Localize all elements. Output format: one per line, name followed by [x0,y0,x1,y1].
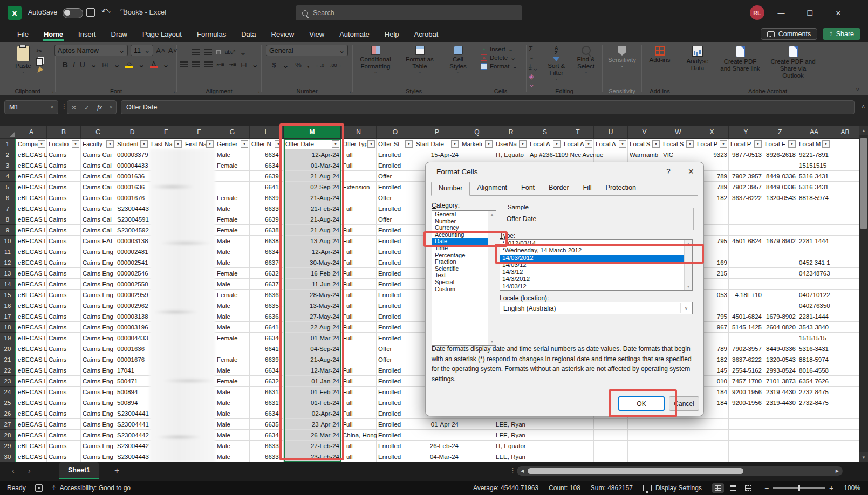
cell-D7[interactable]: S23004443 [115,203,149,214]
autosum-button[interactable]: Σ ⌄ [529,45,541,61]
type-item-1[interactable]: *Wednesday, 14 March 2012 [500,247,692,254]
analyse-data-button[interactable]: Analyse Data [680,45,715,73]
cell-AA21[interactable]: 8818-5974 [797,354,831,365]
tab-page-layout[interactable]: Page Layout [135,26,189,42]
cell-C28[interactable]: Cairns Eng [81,430,115,441]
cell-L23[interactable]: 66320 [250,376,284,387]
cell-L19[interactable]: 66340 [250,333,284,343]
cell-C9[interactable]: Cairns Cai [81,225,115,236]
cell-A9[interactable]: eBECAS La [16,225,47,236]
cell-O7[interactable]: Enrolled [377,203,414,214]
cell-N13[interactable]: Full [341,268,377,279]
cell-Y24[interactable]: 9200-1956 [729,387,763,397]
filter-button-X[interactable]: ▼ [720,140,727,148]
cell-D9[interactable]: S23004592 [115,225,149,236]
col-header-A[interactable]: A [16,126,47,139]
cell-L21[interactable]: 66397 [250,354,284,365]
row-header-10[interactable]: 10 [0,236,16,246]
cell-Y25[interactable]: 9200-1956 [729,397,763,408]
row-header-23[interactable]: 23 [0,376,16,387]
type-item-0[interactable]: *2012/03/14 [500,240,692,247]
filter-button-T[interactable]: ▼ [585,140,592,148]
cell-C5[interactable]: Cairns Cai [81,182,115,192]
row-header-7[interactable]: 7 [0,203,16,214]
cell-AA25[interactable]: 2732-8475 [797,397,831,408]
cell-A14[interactable]: eBECAS La [16,279,47,290]
category-item-scientific[interactable]: Scientific [432,265,496,272]
alignment-dialog-launcher[interactable]: ⌟ [257,88,259,94]
cell-Z10[interactable]: 1679-8902 [763,236,797,246]
cell-A12[interactable]: eBECAS La [16,257,47,268]
cell-G3[interactable]: Female [215,160,250,171]
cell-G26[interactable]: Male [215,408,250,419]
category-item-number[interactable]: Number [432,218,496,225]
category-item-date[interactable]: Date [432,238,496,245]
accounting-format-button[interactable]: $ [272,61,276,69]
excel-logo-icon[interactable]: X [8,6,22,20]
type-item-3[interactable]: 14/03/12 [500,262,692,269]
col-header-X[interactable]: X [695,126,729,139]
row-header-29[interactable]: 29 [0,441,16,451]
tab-review[interactable]: Review [264,26,302,42]
cell-C20[interactable]: Cairns Eng [81,343,115,354]
row-header-15[interactable]: 15 [0,290,16,300]
row-header-1[interactable]: 1 [0,139,16,149]
cell-AA3[interactable]: 15151515 [797,160,831,171]
cell-C10[interactable]: Cairns EAI [81,236,115,246]
cell-AA23[interactable]: 6354-7626 [797,376,831,387]
cell-D6[interactable]: 00001676 [115,192,149,203]
cell-L10[interactable]: 66384 [250,236,284,246]
cell-N27[interactable]: Full [341,419,377,430]
cell-Z21[interactable]: 1320-0543 [763,354,797,365]
cell-M14[interactable]: 11-Jun-24 [284,279,341,290]
cell-O12[interactable]: Enrolled [377,257,414,268]
cell-D24[interactable]: 500894 [115,387,149,397]
cell-L6[interactable]: 66397 [250,192,284,203]
cell-L27[interactable]: 66351 [250,419,284,430]
cell-G18[interactable]: Male [215,322,250,333]
cell-A18[interactable]: eBECAS La [16,322,47,333]
cell-N10[interactable]: Full [341,236,377,246]
cell-Y2[interactable]: 9877-0513 [729,149,763,160]
row-header-20[interactable]: 20 [0,343,16,354]
filter-button-G[interactable]: ▼ [241,140,248,148]
cell-Z18[interactable]: 2604-0820 [763,322,797,333]
underline-button[interactable]: U [80,60,85,69]
cell-A8[interactable]: eBECAS La [16,214,47,225]
cell-D11[interactable]: 000002481 [115,246,149,257]
cell-B21[interactable]: Cairns [47,354,81,365]
cell-G10[interactable]: Male [215,236,250,246]
zoom-slider[interactable] [773,487,825,489]
cell-L4[interactable]: 66398 [250,171,284,182]
page-break-view-button[interactable] [742,483,754,493]
locale-dropdown[interactable]: English (Australia) ˅ [500,302,693,314]
font-dialog-launcher[interactable]: ⌟ [173,88,175,94]
cell-M7[interactable]: 21-Feb-24 [284,203,341,214]
cell-B29[interactable]: Cairns [47,441,81,451]
cell-M12[interactable]: 30-May-24 [284,257,341,268]
create-pdf-outlook-button[interactable]: Create PDF and Share via Outlook [767,45,819,81]
cell-M19[interactable]: 01-Mar-24 [284,333,341,343]
type-scroll-down-icon[interactable]: ▼ [685,283,692,290]
filter-button-E[interactable]: ▼ [174,140,182,148]
align-middle-button[interactable] [204,49,212,55]
cell-B27[interactable]: Cairns [47,419,81,430]
filter-button-R[interactable]: ▼ [519,140,527,148]
confirm-entry-icon[interactable]: ✓ [84,104,90,112]
cell-O30[interactable]: Enrolled [377,451,414,462]
cell-A13[interactable]: eBECAS La [16,268,47,279]
filter-button-O[interactable]: ▼ [405,140,413,148]
cell-W2[interactable]: VIC [661,149,695,160]
cell-C27[interactable]: Cairns Eng [81,419,115,430]
cell-M21[interactable]: 21-Aug-24 [284,354,341,365]
cell-L30[interactable]: 66333 [250,451,284,462]
tab-help[interactable]: Help [377,26,407,42]
cell-AA18[interactable]: 3543-3840 [797,322,831,333]
cell-C25[interactable]: Cairns Eng [81,397,115,408]
cell-A6[interactable]: eBECAS La [16,192,47,203]
filter-button-L[interactable]: ▼ [275,140,282,148]
cell-A23[interactable]: eBECAS La [16,376,47,387]
sensitivity-button[interactable]: Sensitivity ⌄ [605,45,639,68]
cell-A30[interactable]: eBECAS La [16,451,47,462]
horizontal-scrollbar-thumb[interactable] [528,468,743,474]
